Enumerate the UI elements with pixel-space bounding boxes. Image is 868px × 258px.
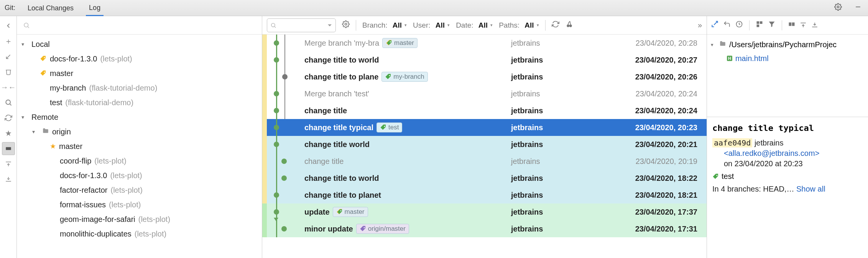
back-icon[interactable]	[2, 19, 15, 32]
svg-point-34	[717, 175, 718, 176]
local-group[interactable]: ▾Local	[17, 37, 262, 51]
html-badge-icon: H	[727, 56, 732, 61]
filter-branch[interactable]: Branch: All ▾	[362, 21, 407, 30]
search-icon	[270, 22, 276, 28]
commit-row[interactable]: change title to planemy-branch jetbrains…	[262, 68, 707, 85]
local-branch-master[interactable]: master	[17, 66, 262, 81]
commit-title: change title typical	[712, 123, 863, 133]
trash-icon[interactable]	[2, 65, 15, 78]
svg-point-0	[837, 6, 839, 8]
branches-search[interactable]	[17, 16, 262, 35]
expand-icon[interactable]	[2, 157, 15, 170]
remote-branch-factor-refactor[interactable]: factor-refactor (lets-plot)	[17, 183, 262, 197]
show-all-link[interactable]: Show all	[796, 185, 825, 193]
commit-ref[interactable]: test	[722, 172, 734, 181]
remote-branch-master[interactable]: ★master	[17, 139, 262, 154]
remote-branch-monolithic-duplicates[interactable]: monolithic-duplicates (lets-plot)	[17, 227, 262, 241]
svg-line-10	[28, 26, 29, 28]
gear-icon[interactable]	[342, 20, 350, 30]
tab-log[interactable]: Log	[86, 0, 104, 16]
origin-group[interactable]: ▾origin	[17, 124, 262, 139]
svg-line-3	[10, 104, 11, 106]
refresh-icon[interactable]	[2, 111, 15, 124]
commit-row[interactable]: minor updateorigin/master jetbrains 23/0…	[262, 220, 707, 237]
commit-row[interactable]: change title jetbrains 23/04/2020, 20:19	[262, 153, 707, 170]
group-icon[interactable]	[756, 20, 763, 30]
layout-icon[interactable]	[788, 21, 795, 30]
ref-label[interactable]: my-branch	[381, 72, 427, 82]
layout-icon[interactable]	[2, 142, 15, 155]
filter-paths[interactable]: Paths: All ▾	[499, 21, 539, 30]
filter-date[interactable]: Date: All ▾	[456, 21, 493, 30]
remote-branch-geom-image-for-safari[interactable]: geom-image-for-safari (lets-plot)	[17, 212, 262, 227]
merge-icon[interactable]: →←	[2, 81, 15, 94]
log-search[interactable]	[267, 18, 336, 32]
local-branch-test[interactable]: test (flask-tutorial-demo)	[17, 95, 262, 110]
collapse-icon[interactable]	[2, 173, 15, 186]
commit-row[interactable]: Merge branch 'my-bramaster jetbrains 23/…	[262, 35, 707, 51]
svg-point-15	[345, 23, 347, 25]
cherry-pick-icon[interactable]	[566, 20, 573, 30]
remote-branch-docs-for-1.3.0[interactable]: docs-for-1.3.0 (lets-plot)	[17, 168, 262, 183]
svg-point-12	[44, 72, 45, 73]
svg-rect-25	[757, 22, 760, 24]
expand-all-icon[interactable]	[800, 21, 807, 30]
commit-row[interactable]: change title to world jetbrains 23/04/20…	[262, 170, 707, 187]
commit-row[interactable]: updatemaster jetbrains 23/04/2020, 17:37	[262, 203, 707, 220]
plus-icon[interactable]: ＋	[2, 35, 15, 48]
branches-summary: In 4 branches: HEAD,…	[712, 185, 794, 193]
history-icon[interactable]	[735, 20, 743, 30]
svg-point-20	[384, 126, 385, 127]
undo-icon[interactable]	[723, 20, 731, 30]
gear-icon[interactable]	[833, 3, 843, 13]
rollback-icon[interactable]: ↙	[2, 50, 15, 63]
svg-point-22	[363, 227, 365, 228]
svg-rect-26	[760, 22, 763, 24]
svg-point-18	[390, 41, 391, 43]
ref-label[interactable]: test	[376, 122, 402, 132]
commit-info: change title typical aafe049d jetbrains …	[707, 119, 868, 199]
tab-local-changes[interactable]: Local Changes	[25, 0, 77, 16]
filter-user[interactable]: User: All ▾	[413, 21, 450, 30]
commit-row[interactable]: change title to world jetbrains 23/04/20…	[262, 51, 707, 68]
commit-row[interactable]: change title to planet jetbrains 23/04/2…	[262, 187, 707, 203]
commit-hash[interactable]: aafe049d	[712, 138, 752, 147]
remote-branch-coord-flip[interactable]: coord-flip (lets-plot)	[17, 154, 262, 168]
commit-row[interactable]: change title world jetbrains 23/04/2020,…	[262, 136, 707, 153]
local-branch-docs-for-1.3.0[interactable]: docs-for-1.3.0 (lets-plot)	[17, 51, 262, 66]
svg-rect-4	[6, 147, 11, 150]
refresh-icon[interactable]	[552, 20, 559, 30]
left-gutter-toolbar: ＋ ↙ →← ★	[0, 16, 17, 258]
turn-off-icon[interactable]	[711, 20, 718, 30]
details-toolbar	[707, 16, 868, 35]
commit-row[interactable]: change title jetbrains 23/04/2020, 20:24	[262, 102, 707, 119]
more-icon[interactable]: »	[698, 21, 702, 30]
svg-line-14	[275, 26, 276, 28]
ref-label[interactable]: master	[333, 207, 368, 217]
commit-row[interactable]: change title typicaltest jetbrains 23/04…	[262, 119, 707, 136]
folder-node[interactable]: ▾ /Users/jetbrains/PycharmProjec	[711, 38, 864, 51]
folder-icon	[719, 40, 726, 49]
branches-search-input[interactable]	[30, 21, 256, 29]
remote-group[interactable]: ▾Remote	[17, 110, 262, 124]
star-icon[interactable]: ★	[2, 127, 15, 140]
tag-icon	[712, 173, 719, 180]
local-branch-my-branch[interactable]: my-branch (flask-tutorial-demo)	[17, 81, 262, 95]
folder-path: /Users/jetbrains/PycharmProjec	[729, 40, 837, 49]
commit-row[interactable]: Merge branch 'test' jetbrains 23/04/2020…	[262, 85, 707, 102]
svg-point-16	[567, 25, 569, 27]
collapse-all-icon[interactable]	[811, 21, 818, 30]
window-tabbar: Git: Local Changes Log	[0, 0, 868, 16]
file-node[interactable]: H main.html	[711, 51, 864, 65]
search-icon[interactable]	[2, 96, 15, 109]
commit-email[interactable]: <alla.redko@jetbrains.com>	[724, 149, 819, 157]
ref-label[interactable]: master	[382, 38, 418, 48]
minimize-icon[interactable]	[853, 3, 863, 13]
ref-label[interactable]: origin/master	[356, 224, 409, 234]
svg-point-19	[389, 75, 390, 76]
svg-rect-27	[757, 25, 760, 27]
svg-point-13	[271, 23, 275, 26]
chevron-down-icon: ▾	[711, 42, 716, 48]
filter-icon[interactable]	[768, 20, 776, 30]
remote-branch-format-issues[interactable]: format-issues (lets-plot)	[17, 197, 262, 212]
